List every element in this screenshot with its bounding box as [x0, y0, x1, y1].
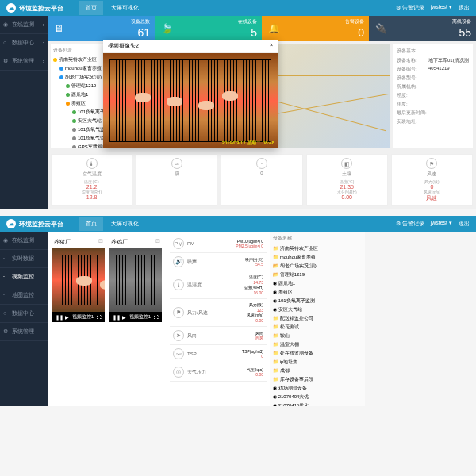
fullscreen-icon[interactable]: ⛶: [97, 315, 102, 320]
metric-icon: ◧: [341, 158, 352, 169]
sidebar: ◉在线监测›○数据中心›⚙系统管理›: [0, 16, 48, 209]
modal-video[interactable]: 2019/03/12 星期二 08:48: [103, 53, 278, 148]
video-modal: 视频摄像头2 × 2019/03/12 星期二 08:48: [103, 40, 278, 148]
user-menu[interactable]: jwstest ▾: [431, 220, 452, 228]
metrics-row: 🌡空气温度温度(℃)21.2湿度(%RH)12.8≈吸·0◧土壤温度(℃)21.…: [48, 151, 476, 209]
stat-card: 🔌离线设备55: [369, 16, 476, 41]
video-box: 养猪厂⊡❚❚ ▶视频监控1⛶: [52, 236, 105, 322]
tree-node[interactable]: 📁 温室大棚: [273, 340, 362, 349]
maximize-icon[interactable]: ⊡: [155, 238, 160, 244]
device-info-panel: 设备基本 设备名称:地下车库01(情况测设备编号:40541219设备型号:所属…: [393, 44, 473, 148]
sidebar-item[interactable]: ·视频监控: [0, 268, 48, 286]
video-title: 养猪厂⊡: [52, 236, 105, 248]
metric-row: 〰TSPTSP(ug/m3)0: [170, 345, 267, 363]
user-menu[interactable]: jwstest ▾: [431, 4, 452, 12]
tree-node[interactable]: 📁 鞍山: [273, 332, 362, 340]
tree-node[interactable]: ◉ 101负氧离子监测: [273, 297, 362, 305]
sidebar-item[interactable]: ○数据中心: [0, 305, 48, 323]
stat-icon: 🔔: [268, 23, 280, 34]
maximize-icon[interactable]: ⊡: [98, 238, 103, 244]
status-dot-icon: [66, 93, 70, 97]
sidebar-item[interactable]: ⚙系统管理›: [0, 52, 48, 71]
info-row: 设备名称:地下车库01(情况测: [397, 56, 470, 65]
metric-icon: 🌡: [173, 279, 184, 290]
info-row: 最后更新时间:: [397, 109, 470, 117]
tree-node[interactable]: 📁 松花测试: [273, 323, 362, 332]
status-dot-icon: [72, 145, 76, 148]
chevron-icon: ›: [43, 59, 44, 64]
metric-row: 🔊噪声噪声(分贝)54.5: [170, 253, 267, 271]
nav-home[interactable]: 首页: [79, 217, 103, 231]
tree-node[interactable]: ◉ 西瓜地1: [273, 279, 362, 288]
stat-card: 🍃在线设备5: [155, 16, 262, 41]
logo: ☁ 环境监控云平台: [6, 3, 63, 13]
sidebar-item[interactable]: ◉在线监测: [0, 232, 48, 250]
close-icon[interactable]: ×: [270, 42, 273, 50]
nav-dashboard[interactable]: 大屏可视化: [105, 217, 145, 231]
video-timestamp: 2019/03/12 星期二 08:48: [222, 140, 274, 147]
cloud-icon: ☁: [6, 219, 16, 228]
tree-node[interactable]: 📁 配送箱监控公司: [273, 314, 362, 323]
sidebar-item[interactable]: ◉在线监测›: [0, 16, 48, 34]
modal-title: 视频摄像头2: [108, 42, 139, 50]
nav-tabs: 首页 大屏可视化: [79, 1, 145, 15]
info-title: 设备基本: [397, 48, 470, 55]
nav-home[interactable]: 首页: [79, 1, 103, 15]
tree-node[interactable]: 📁 济南英特农产业区: [273, 244, 362, 253]
chevron-icon: ›: [43, 22, 44, 28]
sidebar-2: ◉在线监测·实时数据·视频监控·地图监控○数据中心⚙系统管理: [0, 232, 48, 406]
logout-link[interactable]: 退出: [459, 220, 470, 228]
tree-node[interactable]: 📁 库存设备事后段: [273, 375, 362, 384]
metric-row: PMPMPM10(ug/m³) 0PM2.5(ug/m³) 0: [170, 235, 267, 253]
metric-icon: ➤: [173, 330, 184, 341]
menu-icon: ·: [3, 255, 10, 262]
alarm-link[interactable]: ⚙ 告警记录: [396, 220, 424, 228]
video-title: 养鸡厂⊡: [109, 236, 162, 248]
tree-node[interactable]: 📁 mouhou家畜养殖: [273, 253, 362, 262]
alarm-link[interactable]: ⚙ 告警记录: [396, 4, 424, 12]
sidebar-item[interactable]: ·地图监控: [0, 286, 48, 305]
logout-link[interactable]: 退出: [459, 4, 470, 12]
tree-node[interactable]: ◉ 21070404大优: [273, 393, 362, 401]
top-bar-2: ☁ 环境监控云平台 首页 大屏可视化 ⚙ 告警记录 jwstest ▾ 退出: [0, 216, 476, 232]
play-pause-icon[interactable]: ❚❚ ▶: [56, 314, 69, 320]
menu-icon: ◉: [3, 21, 10, 28]
tree-node[interactable]: 📁 成都: [273, 367, 362, 375]
metric-card: ◧土壤温度(℃)21.35水分(%RH)0.00: [306, 154, 388, 206]
stat-icon: 🔌: [375, 23, 387, 34]
metric-icon: ◎: [173, 367, 184, 378]
tree-node[interactable]: ◉ 鸡场测试设备: [273, 384, 362, 393]
play-pause-icon[interactable]: ❚❚ ▶: [113, 314, 126, 320]
tree-node[interactable]: ◉ 安区大气站: [273, 305, 362, 314]
status-dot-icon: [66, 102, 70, 106]
tree-node[interactable]: 📂 胡老广场实况(演): [273, 262, 362, 271]
metric-icon: 〰: [173, 348, 184, 359]
status-dot-icon: [66, 84, 70, 88]
cloud-icon: ☁: [6, 3, 16, 13]
metric-card: ≈吸: [136, 154, 217, 206]
video-feed[interactable]: [109, 248, 162, 312]
status-dot-icon: [53, 58, 57, 62]
sidebar-item[interactable]: ⚙系统管理: [0, 323, 48, 341]
nav-dashboard[interactable]: 大屏可视化: [105, 1, 145, 15]
menu-icon: ◉: [3, 237, 10, 244]
menu-icon: ·: [3, 292, 10, 298]
metric-card: 🌡空气温度温度(℃)21.2湿度(%RH)12.8: [51, 154, 132, 206]
tree-node[interactable]: ◉ 养殖区: [273, 288, 362, 297]
sidebar-item[interactable]: ○数据中心›: [0, 34, 48, 52]
status-dot-icon: [60, 75, 63, 79]
stat-icon: 🖥: [54, 23, 63, 34]
tree-node[interactable]: ◉ 21070416优化: [273, 401, 362, 406]
tree-node[interactable]: 📁 处在线监测设备: [273, 349, 362, 358]
metric-row: 🌡温湿度温度(℃)24.73湿度(%RH)16.00: [170, 271, 267, 299]
sidebar-item[interactable]: ·实时数据: [0, 250, 48, 268]
tree-node[interactable]: 📁 ip地址集: [273, 358, 362, 367]
tree2-title: 设备名称: [273, 235, 362, 242]
status-dot-icon: [72, 110, 76, 114]
tree-node[interactable]: 📂 管理站1219: [273, 271, 362, 279]
metric-icon: ⚑: [426, 158, 437, 169]
status-dot-icon: [72, 136, 76, 140]
fullscreen-icon[interactable]: ⛶: [154, 315, 159, 320]
video-feed[interactable]: [52, 248, 105, 312]
video-controls: ❚❚ ▶视频监控1⛶: [109, 312, 162, 322]
